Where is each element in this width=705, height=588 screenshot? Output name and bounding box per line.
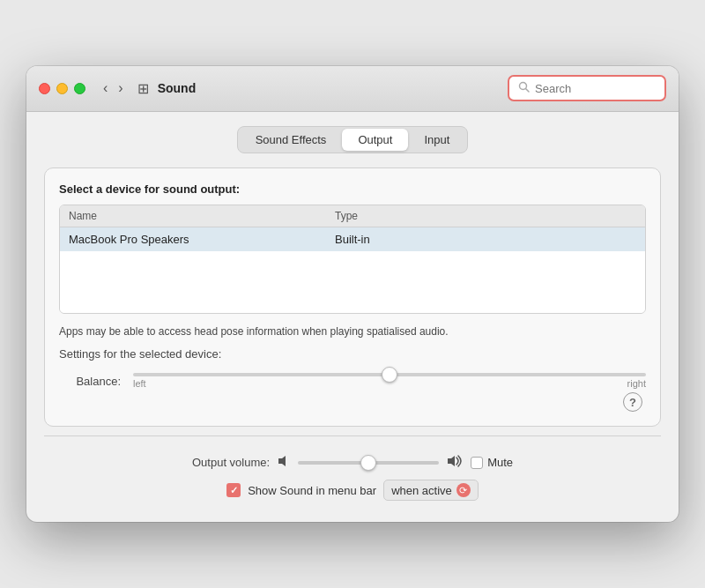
menubar-row: Show Sound in menu bar when active — [226, 480, 479, 501]
tab-sound-effects[interactable]: Sound Effects — [240, 129, 343, 151]
device-type: Built-in — [335, 233, 601, 246]
search-input[interactable] — [535, 82, 656, 95]
svg-marker-3 — [448, 456, 455, 466]
tabs: Sound Effects Output Input — [237, 126, 469, 153]
tab-output[interactable]: Output — [342, 129, 408, 151]
device-name: MacBook Pro Speakers — [69, 233, 335, 246]
balance-slider-container: left right — [133, 373, 646, 389]
col-header-type: Type — [335, 210, 601, 222]
close-button[interactable] — [39, 83, 50, 94]
device-extra — [601, 233, 636, 246]
tabs-container: Sound Effects Output Input — [44, 126, 661, 153]
main-window: ‹ › ⊞ Sound Sound Effects Output Input — [26, 66, 679, 523]
info-text: Apps may be able to access head pose inf… — [59, 324, 646, 339]
output-volume-slider[interactable] — [298, 461, 439, 465]
help-row: ? — [59, 392, 646, 412]
when-active-button[interactable]: when active — [383, 480, 479, 501]
divider — [44, 435, 661, 436]
search-box — [508, 75, 666, 101]
nav-buttons: ‹ › — [100, 79, 127, 97]
menubar-text: Show Sound in menu bar — [248, 484, 376, 497]
balance-slider-labels: left right — [133, 378, 646, 389]
help-button[interactable]: ? — [623, 392, 642, 412]
svg-line-1 — [526, 89, 530, 93]
balance-row: Balance: left right — [59, 373, 646, 389]
table-row[interactable]: MacBook Pro Speakers Built-in — [60, 227, 645, 251]
tab-input[interactable]: Input — [408, 129, 465, 151]
maximize-button[interactable] — [74, 83, 85, 94]
section-title: Select a device for sound output: — [59, 182, 646, 196]
search-icon — [518, 81, 530, 95]
svg-marker-2 — [278, 456, 286, 466]
balance-left-label: left — [133, 378, 146, 389]
titlebar: ‹ › ⊞ Sound — [26, 66, 679, 112]
volume-high-icon — [446, 454, 464, 471]
balance-slider[interactable] — [133, 373, 646, 376]
device-table: Name Type MacBook Pro Speakers Built-in — [59, 205, 646, 314]
show-sound-checkbox[interactable] — [226, 483, 241, 497]
bottom-section: Output volume: Mute — [44, 442, 661, 504]
mute-checkbox[interactable] — [471, 457, 483, 469]
content-area: Sound Effects Output Input Select a devi… — [26, 112, 679, 523]
settings-label: Settings for the selected device: — [59, 347, 646, 361]
when-active-chevron-icon — [456, 483, 471, 497]
traffic-lights — [39, 83, 85, 94]
volume-label: Output volume: — [192, 456, 270, 469]
forward-button[interactable]: › — [115, 79, 126, 97]
back-button[interactable]: ‹ — [100, 79, 111, 97]
mute-row: Mute — [471, 456, 513, 469]
volume-row: Output volume: Mute — [192, 454, 513, 471]
when-active-text: when active — [391, 484, 452, 497]
table-empty-area — [60, 251, 645, 313]
output-panel: Select a device for sound output: Name T… — [44, 167, 661, 428]
balance-right-label: right — [627, 378, 646, 389]
volume-low-icon — [277, 454, 291, 471]
balance-label: Balance: — [59, 375, 121, 388]
mute-label: Mute — [487, 456, 513, 469]
grid-icon[interactable]: ⊞ — [137, 80, 149, 97]
window-title: Sound — [158, 81, 197, 95]
table-header: Name Type — [60, 205, 645, 227]
col-header-name: Name — [69, 210, 335, 222]
minimize-button[interactable] — [56, 83, 68, 94]
col-header-extra — [601, 210, 636, 222]
